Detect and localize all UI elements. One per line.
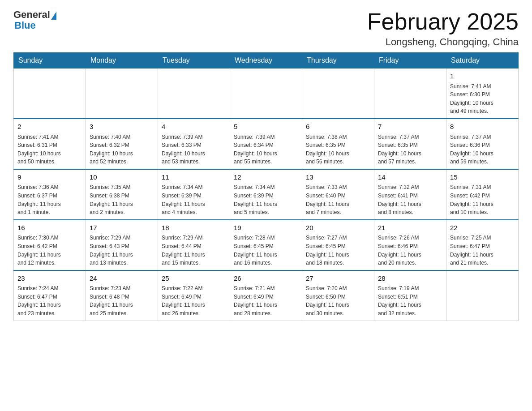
day-info: Sunrise: 7:32 AM Sunset: 6:41 PM Dayligh…: [378, 183, 442, 216]
day-info: Sunrise: 7:29 AM Sunset: 6:43 PM Dayligh…: [90, 234, 154, 267]
day-info: Sunrise: 7:34 AM Sunset: 6:39 PM Dayligh…: [162, 183, 226, 216]
calendar-cell: [14, 68, 86, 119]
calendar-cell: 12Sunrise: 7:34 AM Sunset: 6:39 PM Dayli…: [230, 169, 302, 220]
week-row-4: 16Sunrise: 7:30 AM Sunset: 6:42 PM Dayli…: [14, 220, 519, 270]
calendar-cell: 9Sunrise: 7:36 AM Sunset: 6:37 PM Daylig…: [14, 169, 86, 220]
day-number: 22: [450, 223, 515, 233]
calendar-header-row: SundayMondayTuesdayWednesdayThursdayFrid…: [14, 53, 519, 68]
day-info: Sunrise: 7:24 AM Sunset: 6:47 PM Dayligh…: [17, 284, 82, 317]
day-info: Sunrise: 7:37 AM Sunset: 6:35 PM Dayligh…: [378, 133, 442, 166]
day-number: 23: [17, 274, 82, 284]
calendar-cell: 11Sunrise: 7:34 AM Sunset: 6:39 PM Dayli…: [158, 169, 230, 220]
month-title: February 2025: [367, 9, 519, 34]
day-info: Sunrise: 7:39 AM Sunset: 6:33 PM Dayligh…: [162, 133, 226, 166]
day-number: 9: [17, 172, 82, 183]
day-number: 17: [90, 223, 154, 233]
calendar-cell: [374, 68, 446, 119]
day-info: Sunrise: 7:38 AM Sunset: 6:35 PM Dayligh…: [306, 133, 370, 166]
day-info: Sunrise: 7:33 AM Sunset: 6:40 PM Dayligh…: [306, 183, 370, 216]
day-info: Sunrise: 7:39 AM Sunset: 6:34 PM Dayligh…: [234, 133, 298, 166]
calendar-cell: 13Sunrise: 7:33 AM Sunset: 6:40 PM Dayli…: [302, 169, 374, 220]
calendar-cell: 22Sunrise: 7:25 AM Sunset: 6:47 PM Dayli…: [446, 220, 519, 270]
day-number: 11: [162, 172, 226, 183]
day-number: 12: [234, 172, 298, 183]
day-info: Sunrise: 7:41 AM Sunset: 6:30 PM Dayligh…: [450, 82, 515, 116]
calendar-cell: 14Sunrise: 7:32 AM Sunset: 6:41 PM Dayli…: [374, 169, 446, 220]
day-number: 1: [450, 71, 515, 81]
weekday-header-wednesday: Wednesday: [230, 53, 302, 68]
weekday-header-monday: Monday: [86, 53, 158, 68]
calendar-cell: [158, 68, 230, 119]
calendar-cell: [446, 270, 519, 321]
logo-blue-text: Blue: [13, 20, 36, 31]
day-info: Sunrise: 7:37 AM Sunset: 6:36 PM Dayligh…: [450, 133, 515, 166]
calendar-cell: [230, 68, 302, 119]
day-number: 5: [234, 122, 298, 132]
day-info: Sunrise: 7:19 AM Sunset: 6:51 PM Dayligh…: [378, 284, 442, 317]
day-number: 4: [162, 122, 226, 132]
calendar-cell: 3Sunrise: 7:40 AM Sunset: 6:32 PM Daylig…: [86, 119, 158, 169]
calendar-cell: 24Sunrise: 7:23 AM Sunset: 6:48 PM Dayli…: [86, 270, 158, 321]
day-info: Sunrise: 7:22 AM Sunset: 6:49 PM Dayligh…: [162, 284, 226, 317]
calendar-cell: 7Sunrise: 7:37 AM Sunset: 6:35 PM Daylig…: [374, 119, 446, 169]
calendar-cell: 20Sunrise: 7:27 AM Sunset: 6:45 PM Dayli…: [302, 220, 374, 270]
day-info: Sunrise: 7:29 AM Sunset: 6:44 PM Dayligh…: [162, 234, 226, 267]
calendar-cell: 23Sunrise: 7:24 AM Sunset: 6:47 PM Dayli…: [14, 270, 86, 321]
day-number: 7: [378, 122, 442, 132]
day-number: 27: [306, 274, 370, 284]
week-row-3: 9Sunrise: 7:36 AM Sunset: 6:37 PM Daylig…: [14, 169, 519, 220]
day-info: Sunrise: 7:35 AM Sunset: 6:38 PM Dayligh…: [90, 183, 154, 216]
day-info: Sunrise: 7:31 AM Sunset: 6:42 PM Dayligh…: [450, 183, 515, 216]
calendar-table: SundayMondayTuesdayWednesdayThursdayFrid…: [13, 52, 519, 321]
calendar-cell: 28Sunrise: 7:19 AM Sunset: 6:51 PM Dayli…: [374, 270, 446, 321]
day-number: 13: [306, 172, 370, 183]
day-number: 6: [306, 122, 370, 132]
day-info: Sunrise: 7:34 AM Sunset: 6:39 PM Dayligh…: [234, 183, 298, 216]
day-number: 25: [162, 274, 226, 284]
calendar-cell: 16Sunrise: 7:30 AM Sunset: 6:42 PM Dayli…: [14, 220, 86, 270]
calendar-cell: 2Sunrise: 7:41 AM Sunset: 6:31 PM Daylig…: [14, 119, 86, 169]
calendar-cell: [86, 68, 158, 119]
calendar-cell: 15Sunrise: 7:31 AM Sunset: 6:42 PM Dayli…: [446, 169, 519, 220]
day-number: 3: [90, 122, 154, 132]
logo-triangle-icon: [51, 12, 56, 20]
page-header: General Blue February 2025 Longsheng, Ch…: [13, 9, 519, 48]
day-info: Sunrise: 7:26 AM Sunset: 6:46 PM Dayligh…: [378, 234, 442, 267]
calendar-cell: 18Sunrise: 7:29 AM Sunset: 6:44 PM Dayli…: [158, 220, 230, 270]
day-info: Sunrise: 7:21 AM Sunset: 6:49 PM Dayligh…: [234, 284, 298, 317]
day-info: Sunrise: 7:23 AM Sunset: 6:48 PM Dayligh…: [90, 284, 154, 317]
calendar-cell: 5Sunrise: 7:39 AM Sunset: 6:34 PM Daylig…: [230, 119, 302, 169]
day-info: Sunrise: 7:27 AM Sunset: 6:45 PM Dayligh…: [306, 234, 370, 267]
logo-general-text: General: [13, 9, 50, 21]
logo: General Blue: [13, 9, 56, 31]
day-number: 8: [450, 122, 515, 132]
day-number: 21: [378, 223, 442, 233]
week-row-1: 1Sunrise: 7:41 AM Sunset: 6:30 PM Daylig…: [14, 68, 519, 119]
calendar-cell: [302, 68, 374, 119]
day-info: Sunrise: 7:41 AM Sunset: 6:31 PM Dayligh…: [17, 133, 82, 166]
calendar-cell: 17Sunrise: 7:29 AM Sunset: 6:43 PM Dayli…: [86, 220, 158, 270]
weekday-header-thursday: Thursday: [302, 53, 374, 68]
day-number: 2: [17, 122, 82, 132]
day-number: 15: [450, 172, 515, 183]
week-row-2: 2Sunrise: 7:41 AM Sunset: 6:31 PM Daylig…: [14, 119, 519, 169]
day-info: Sunrise: 7:30 AM Sunset: 6:42 PM Dayligh…: [17, 234, 82, 267]
weekday-header-friday: Friday: [374, 53, 446, 68]
calendar-cell: 8Sunrise: 7:37 AM Sunset: 6:36 PM Daylig…: [446, 119, 519, 169]
day-number: 20: [306, 223, 370, 233]
calendar-cell: 25Sunrise: 7:22 AM Sunset: 6:49 PM Dayli…: [158, 270, 230, 321]
day-number: 24: [90, 274, 154, 284]
day-info: Sunrise: 7:36 AM Sunset: 6:37 PM Dayligh…: [17, 183, 82, 216]
title-section: February 2025 Longsheng, Chongqing, Chin…: [367, 9, 519, 48]
day-info: Sunrise: 7:40 AM Sunset: 6:32 PM Dayligh…: [90, 133, 154, 166]
calendar-cell: 26Sunrise: 7:21 AM Sunset: 6:49 PM Dayli…: [230, 270, 302, 321]
calendar-cell: 19Sunrise: 7:28 AM Sunset: 6:45 PM Dayli…: [230, 220, 302, 270]
week-row-5: 23Sunrise: 7:24 AM Sunset: 6:47 PM Dayli…: [14, 270, 519, 321]
calendar-cell: 4Sunrise: 7:39 AM Sunset: 6:33 PM Daylig…: [158, 119, 230, 169]
calendar-cell: 6Sunrise: 7:38 AM Sunset: 6:35 PM Daylig…: [302, 119, 374, 169]
day-number: 19: [234, 223, 298, 233]
location-text: Longsheng, Chongqing, China: [367, 36, 519, 48]
day-number: 26: [234, 274, 298, 284]
day-number: 28: [378, 274, 442, 284]
day-info: Sunrise: 7:20 AM Sunset: 6:50 PM Dayligh…: [306, 284, 370, 317]
